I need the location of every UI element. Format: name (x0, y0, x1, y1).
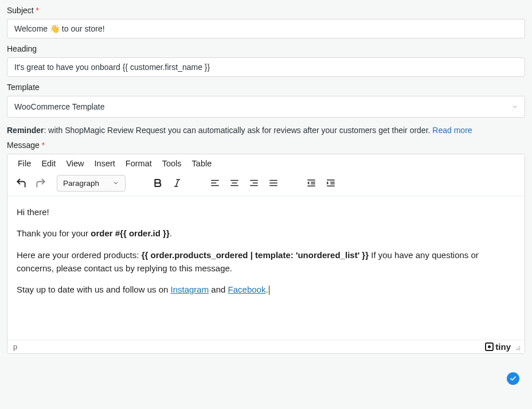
required-mark: * (42, 141, 45, 150)
svg-point-24 (518, 347, 519, 348)
svg-point-25 (519, 347, 521, 348)
menu-table[interactable]: Table (192, 159, 212, 168)
menu-edit[interactable]: Edit (41, 159, 56, 168)
subject-label: Subject * (7, 6, 525, 15)
format-select-value: Paragraph (63, 179, 99, 188)
reminder-text: Reminder: with ShopMagic Review Request … (7, 126, 525, 135)
align-right-icon (249, 178, 259, 188)
facebook-link[interactable]: Facebook (228, 285, 266, 294)
align-center-button[interactable] (225, 174, 244, 192)
svg-point-27 (518, 349, 519, 350)
bold-icon (152, 178, 163, 188)
element-path[interactable]: p (13, 342, 17, 351)
text-cursor (269, 286, 269, 295)
italic-icon (172, 178, 182, 188)
paragraph: Hi there! (17, 205, 515, 219)
align-left-button[interactable] (206, 174, 224, 192)
outdent-button[interactable] (302, 174, 320, 192)
paragraph: Here are your ordered products: {{ order… (17, 248, 515, 275)
editor-statusbar: p tiny (7, 340, 525, 353)
svg-line-2 (176, 180, 179, 186)
undo-icon (15, 177, 27, 189)
required-mark: * (36, 6, 39, 15)
align-left-icon (210, 178, 220, 188)
menu-tools[interactable]: Tools (162, 159, 182, 168)
editor-menubar: File Edit View Insert Format Tools Table (7, 154, 525, 172)
menu-view[interactable]: View (66, 159, 84, 168)
paragraph: Thank you for your order #{{ order.id }}… (17, 227, 515, 240)
svg-point-23 (519, 346, 521, 347)
align-center-icon (229, 178, 240, 188)
bold-button[interactable] (148, 174, 167, 192)
chevron-down-icon (112, 180, 119, 186)
redo-icon (35, 177, 46, 189)
instagram-link[interactable]: Instagram (171, 285, 209, 294)
menu-insert[interactable]: Insert (95, 159, 115, 168)
format-select[interactable]: Paragraph (57, 175, 126, 192)
heading-label: Heading (7, 44, 525, 53)
editor-toolbar: Paragraph (7, 172, 525, 196)
tiny-logo[interactable]: tiny (485, 342, 511, 352)
rich-text-editor: File Edit View Insert Format Tools Table… (7, 154, 525, 354)
svg-point-26 (516, 349, 517, 350)
svg-point-28 (519, 349, 521, 350)
indent-icon (326, 178, 336, 188)
editor-content[interactable]: Hi there! Thank you for your order #{{ o… (7, 196, 525, 340)
align-justify-icon (268, 178, 279, 188)
subject-input[interactable] (7, 19, 525, 38)
menu-file[interactable]: File (18, 159, 31, 168)
paragraph: Stay up to date with us and follow us on… (17, 283, 515, 296)
menu-format[interactable]: Format (126, 159, 152, 168)
template-selected: WooCommerce Template (14, 102, 104, 111)
align-right-button[interactable] (245, 174, 263, 192)
resize-handle-icon[interactable] (513, 343, 521, 351)
tiny-logo-icon (485, 342, 494, 351)
heading-input[interactable] (7, 57, 525, 77)
undo-button[interactable] (12, 174, 30, 192)
reminder-read-more-link[interactable]: Read more (432, 126, 472, 135)
message-label: Message * (7, 141, 525, 150)
indent-button[interactable] (322, 174, 340, 192)
outdent-icon (306, 178, 316, 188)
italic-button[interactable] (168, 174, 186, 192)
template-select[interactable]: WooCommerce Template (7, 96, 525, 118)
redo-button[interactable] (32, 174, 50, 192)
template-label: Template (7, 83, 525, 92)
align-justify-button[interactable] (264, 174, 283, 192)
